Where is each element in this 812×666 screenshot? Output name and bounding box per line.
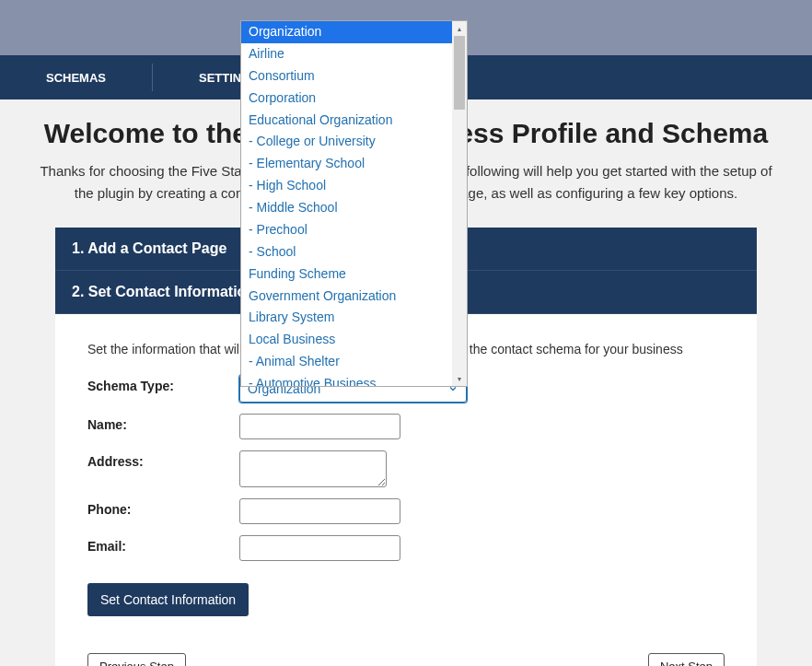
dropdown-option[interactable]: Government Organization — [241, 286, 467, 308]
wizard-nav: Previous Step Next Step — [55, 635, 757, 666]
scroll-up-icon[interactable]: ▴ — [452, 21, 467, 36]
row-name: Name: — [87, 414, 725, 439]
dropdown-option[interactable]: - School — [241, 241, 467, 263]
dropdown-option[interactable]: Corporation — [241, 88, 467, 110]
dropdown-option[interactable]: - Prechool — [241, 219, 467, 241]
dropdown-option[interactable]: Consortium — [241, 65, 467, 88]
schema-type-dropdown[interactable]: OrganizationAirlineConsortiumCorporation… — [240, 20, 468, 387]
dropdown-option[interactable]: Organization — [241, 21, 467, 43]
input-email[interactable] — [239, 535, 400, 561]
label-email: Email: — [87, 535, 239, 554]
dropdown-option[interactable]: - Elementary School — [241, 153, 467, 175]
input-phone[interactable] — [239, 498, 400, 524]
label-name: Name: — [87, 414, 239, 432]
dropdown-option[interactable]: Educational Organization — [241, 110, 467, 132]
row-address: Address: — [87, 450, 725, 487]
dropdown-option[interactable]: Airline — [241, 43, 467, 65]
dropdown-scrollbar[interactable]: ▴ ▾ — [452, 21, 467, 386]
set-contact-button[interactable]: Set Contact Information — [87, 583, 249, 616]
dropdown-option[interactable]: Funding Scheme — [241, 263, 467, 286]
next-step-button[interactable]: Next Step — [648, 653, 725, 666]
dropdown-option[interactable]: - Animal Shelter — [241, 351, 467, 373]
label-schema-type: Schema Type: — [87, 375, 239, 393]
nav-schemas[interactable]: SCHEMAS — [0, 55, 152, 99]
dropdown-option[interactable]: - College or University — [241, 131, 467, 153]
dropdown-option[interactable]: Local Business — [241, 329, 467, 351]
dropdown-option[interactable]: - High School — [241, 175, 467, 197]
dropdown-option[interactable]: Library System — [241, 307, 467, 329]
label-address: Address: — [87, 450, 239, 469]
previous-step-button[interactable]: Previous Step — [87, 653, 186, 666]
dropdown-option[interactable]: - Automotive Business — [241, 373, 467, 386]
input-address[interactable] — [239, 450, 387, 487]
label-phone: Phone: — [87, 498, 239, 517]
dropdown-option[interactable]: - Middle School — [241, 197, 467, 219]
scroll-thumb[interactable] — [454, 36, 465, 110]
row-phone: Phone: — [87, 498, 725, 524]
input-name[interactable] — [239, 414, 400, 439]
row-email: Email: — [87, 535, 725, 561]
scroll-down-icon[interactable]: ▾ — [452, 371, 467, 386]
